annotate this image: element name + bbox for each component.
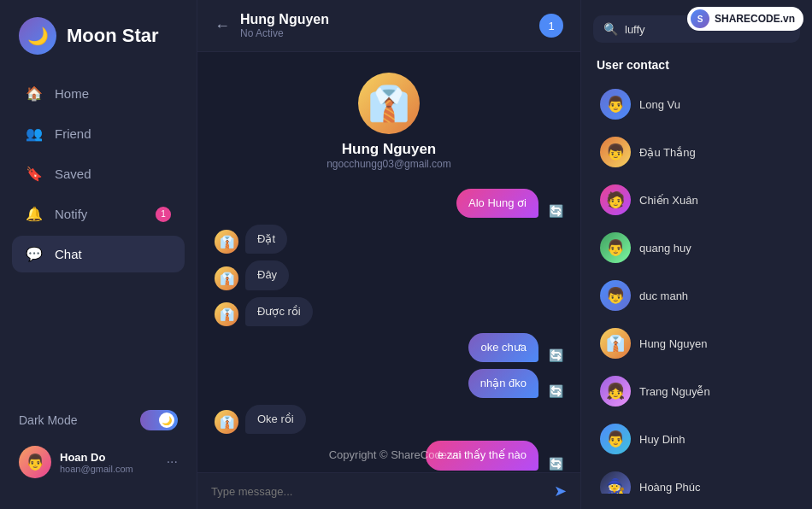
contact-item-1[interactable]: 👨 Long Vu (593, 82, 800, 126)
logo-section: 🌙 Moon Star (0, 17, 197, 75)
sidebar: 🌙 Moon Star 🏠 Home 👥 Friend 🔖 Saved 🔔 No… (0, 0, 197, 509)
contact-name-7: Trang Nguyễn (639, 385, 710, 398)
contact-avatar-5: 👦 (600, 280, 631, 311)
chat-header-info: Hung Nguyen No Active (240, 12, 529, 39)
contact-avatar-6: 👔 (600, 328, 631, 359)
right-panel: 🔍 User contact 👨 Long Vu 👦 Đậu Thắng 🧑 C… (581, 0, 812, 509)
msg-avatar-4: 👔 (215, 302, 238, 326)
message-8: e zai thấy thế nào 🔄 (215, 441, 563, 470)
current-user-row: 👨 Hoan Do hoan@gmail.com ··· (19, 446, 178, 478)
message-4: 👔 Được rồi (215, 297, 563, 326)
contact-item-4[interactable]: 👨 quang huy (593, 225, 800, 270)
toggle-knob: 🌙 (159, 412, 174, 428)
sidebar-item-saved[interactable]: 🔖 Saved (12, 155, 185, 192)
sidebar-item-chat-label: Chat (55, 247, 82, 261)
sharecode-icon: S (691, 9, 709, 28)
sidebar-item-chat[interactable]: 💬 Chat (12, 236, 185, 272)
message-5: oke chưa 🔄 (215, 333, 563, 362)
chat-message-input[interactable] (211, 485, 545, 498)
chat-input-row: ➤ (197, 472, 580, 509)
notify-icon: 🔔 (26, 206, 43, 222)
sidebar-item-saved-label: Saved (55, 167, 91, 181)
friend-icon: 👥 (26, 126, 43, 142)
contact-item-5[interactable]: 👦 duc manh (593, 273, 800, 318)
contact-avatar-7: 👧 (600, 376, 631, 407)
message-6: nhận đko 🔄 (215, 369, 563, 398)
current-user-avatar: 👨 (19, 446, 51, 478)
sharecode-label: SHARECODE.vn (715, 13, 795, 25)
msg-avatar-3: 👔 (215, 266, 238, 290)
contact-item-7[interactable]: 👧 Trang Nguyễn (593, 369, 800, 413)
chat-profile-section: 👔 Hung Nguyen ngocchungg03@gmail.com (197, 52, 580, 180)
contact-avatar-9: 🧙 (600, 471, 631, 494)
search-icon: 🔍 (603, 22, 618, 36)
msg-icon-1: 🔄 (549, 204, 563, 218)
logo-icon: 🌙 (19, 17, 56, 55)
contact-item-2[interactable]: 👦 Đậu Thắng (593, 130, 800, 174)
chat-profile-avatar: 👔 (358, 73, 420, 134)
contact-item-9[interactable]: 🧙 Hoàng Phúc (593, 465, 800, 494)
contact-name-6: Hung Nguyen (639, 337, 708, 350)
contact-name-5: duc manh (639, 290, 688, 302)
contact-name-1: Long Vu (639, 98, 680, 111)
sidebar-item-friend[interactable]: 👥 Friend (12, 115, 185, 152)
sidebar-bottom: Dark Mode 🌙 👨 Hoan Do hoan@gmail.com ··· (0, 396, 197, 492)
contact-item-8[interactable]: 👨 Huy Dinh (593, 417, 800, 461)
user-options-button[interactable]: ··· (167, 454, 178, 470)
bubble-5: oke chưa (468, 333, 538, 362)
sidebar-item-home[interactable]: 🏠 Home (12, 75, 185, 112)
message-2: 👔 Đặt (215, 225, 563, 254)
bubble-8: e zai thấy thế nào (426, 441, 538, 470)
msg-avatar-7: 👔 (215, 410, 238, 434)
dark-mode-label: Dark Mode (19, 413, 77, 427)
contact-avatar-3: 🧑 (600, 184, 631, 215)
contact-avatar-1: 👨 (600, 89, 631, 120)
chat-main: ← Hung Nguyen No Active 1 👔 Hung Nguyen … (197, 0, 581, 509)
home-icon: 🏠 (26, 85, 43, 102)
contact-name-8: Huy Dinh (639, 433, 685, 446)
msg-icon-5: 🔄 (549, 348, 563, 362)
contact-avatar-8: 👨 (600, 424, 631, 454)
msg-icon-6: 🔄 (549, 384, 563, 398)
current-user-email: hoan@gmail.com (60, 464, 158, 474)
dark-mode-row: Dark Mode 🌙 (19, 410, 178, 430)
app-name: Moon Star (67, 25, 159, 47)
bubble-7: Oke rồi (245, 405, 306, 434)
message-3: 👔 Đây (215, 260, 563, 290)
bubble-2: Đặt (245, 225, 287, 254)
contact-name-4: quang huy (639, 242, 691, 254)
sidebar-item-friend-label: Friend (55, 126, 91, 141)
message-1: Alo Hung ơi 🔄 (215, 189, 563, 218)
chat-profile-name: Hung Nguyen (342, 141, 437, 158)
sidebar-item-home-label: Home (55, 86, 89, 101)
sidebar-item-notify-label: Notify (55, 207, 87, 221)
contact-avatar-2: 👦 (600, 137, 631, 167)
send-button[interactable]: ➤ (554, 482, 567, 500)
nav-items: 🏠 Home 👥 Friend 🔖 Saved 🔔 Notify 1 💬 Cha… (0, 75, 197, 396)
contact-item-3[interactable]: 🧑 Chiến Xuân (593, 178, 800, 222)
saved-icon: 🔖 (26, 166, 43, 182)
bubble-1: Alo Hung ơi (456, 189, 538, 218)
bubble-6: nhận đko (468, 369, 538, 398)
chat-header: ← Hung Nguyen No Active 1 (197, 0, 580, 52)
message-7: 👔 Oke rồi (215, 405, 563, 434)
sharecode-logo: S SHARECODE.vn (687, 7, 803, 31)
back-button[interactable]: ← (215, 17, 230, 35)
bubble-3: Đây (245, 260, 289, 290)
current-user-info: Hoan Do hoan@gmail.com (60, 451, 158, 474)
contacts-title: User contact (593, 58, 800, 72)
contact-list: 👨 Long Vu 👦 Đậu Thắng 🧑 Chiến Xuân 👨 qua… (593, 82, 800, 494)
contact-item-6[interactable]: 👔 Hung Nguyen (593, 321, 800, 366)
contact-name-9: Hoàng Phúc (639, 481, 701, 494)
dark-mode-toggle[interactable]: 🌙 (140, 410, 178, 430)
current-user-name: Hoan Do (60, 451, 158, 464)
chat-icon: 💬 (26, 246, 43, 262)
sidebar-item-notify[interactable]: 🔔 Notify 1 (12, 196, 185, 232)
chat-contact-name: Hung Nguyen (240, 12, 529, 27)
msg-avatar-2: 👔 (215, 230, 238, 254)
contact-avatar-4: 👨 (600, 232, 631, 263)
chat-contact-status: No Active (240, 27, 529, 39)
contact-name-3: Chiến Xuân (639, 194, 698, 207)
notify-badge: 1 (156, 207, 171, 222)
bubble-4: Được rồi (245, 297, 313, 326)
